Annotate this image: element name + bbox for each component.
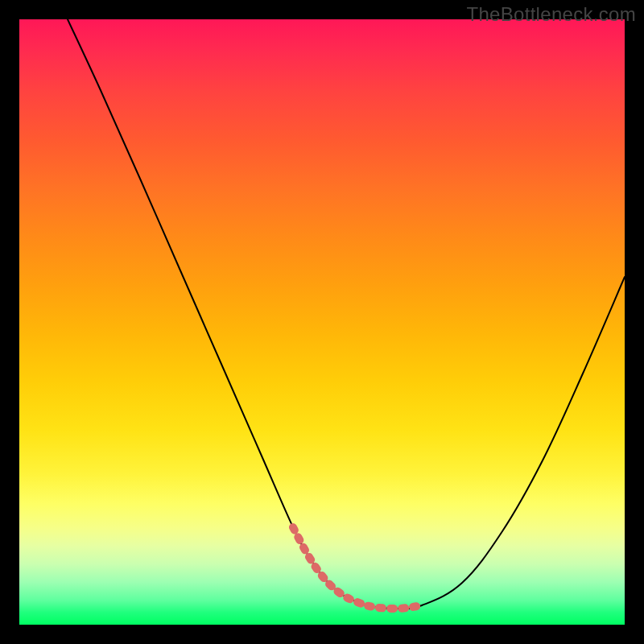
bottleneck-curve [68,19,625,609]
highlight-band [293,527,418,609]
plot-area [19,19,625,625]
watermark-text: TheBottleneck.com [466,3,636,26]
curve-layer [19,19,625,625]
chart-container: TheBottleneck.com [0,0,644,644]
